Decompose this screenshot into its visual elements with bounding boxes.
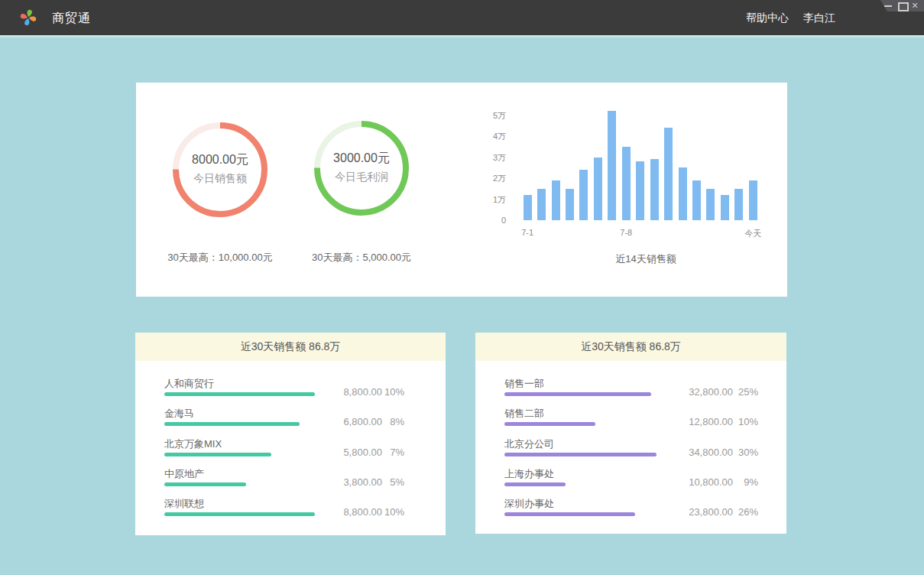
list-item: 金海马6,800.008% (135, 404, 446, 434)
today-profit-ring: 3000.00元 今日毛利润 (314, 121, 409, 216)
minimize-button-icon[interactable] (883, 0, 893, 11)
list-item: 中原地产3,800.005% (135, 464, 446, 494)
overview-card: 8000.00元 今日销售额 30天最高：10,000.00元 3000.00元… (136, 83, 787, 297)
item-progress-bar (504, 482, 566, 486)
item-progress-bar (164, 512, 315, 516)
window-controls (874, 0, 924, 11)
department-rank-card: 近30天销售额 86.8万 销售一部32,800.0025%销售二部12,800… (475, 333, 786, 534)
item-progress-bar (504, 392, 651, 396)
item-amount: 8,800.00 (306, 506, 382, 518)
y-axis-tick: 0 (480, 215, 506, 226)
chart-bar (594, 158, 602, 221)
item-name: 上海办事处 (504, 467, 554, 481)
item-progress-bar (164, 392, 315, 396)
item-percent: 5% (374, 476, 404, 488)
app-logo-pinwheel-icon (18, 8, 38, 28)
list-item: 销售一部32,800.0025% (475, 374, 786, 404)
list-item: 销售二部12,800.0010% (475, 404, 786, 434)
y-axis-tick: 1万 (480, 194, 506, 205)
titlebar-divider (0, 35, 924, 37)
item-name: 北京万象MIX (164, 437, 222, 451)
item-amount: 34,800.00 (657, 447, 733, 458)
list-item: 深圳办事处23,800.0026% (475, 494, 786, 524)
y-axis-tick: 3万 (480, 152, 506, 163)
list-item: 深圳联想8,800.0010% (135, 494, 446, 524)
item-amount: 12,800.00 (657, 416, 733, 427)
chart-bar (566, 189, 574, 220)
item-progress-bar (504, 512, 635, 516)
item-amount: 5,800.00 (306, 447, 382, 458)
item-amount: 8,800.00 (306, 386, 382, 398)
chart-bar (636, 161, 644, 220)
customer-rank-title: 近30天销售额 86.8万 (135, 333, 446, 361)
item-percent: 30% (728, 447, 758, 458)
item-progress-bar (164, 482, 246, 486)
item-amount: 10,800.00 (657, 476, 733, 488)
item-name: 中原地产 (164, 467, 204, 481)
item-progress-bar (164, 453, 271, 456)
customer-rank-card: 近30天销售额 86.8万 人和商贸行8,800.0010%金海马6,800.0… (135, 333, 446, 535)
item-amount: 6,800.00 (306, 416, 382, 427)
today-profit-value: 3000.00元 (333, 150, 390, 167)
app-window: 商贸通 帮助中心 李白江 8000.00元 今日销售额 30天最高：10,000… (0, 0, 924, 575)
title-bar: 商贸通 帮助中心 李白江 (0, 0, 924, 35)
item-name: 金海马 (164, 407, 194, 421)
app-title: 商贸通 (52, 11, 91, 27)
today-profit-label: 今日毛利润 (335, 167, 388, 187)
item-percent: 10% (374, 386, 404, 398)
maximize-button-icon[interactable] (896, 0, 907, 11)
list-item: 北京分公司34,800.0030% (475, 434, 786, 464)
chart-bar (537, 189, 546, 220)
item-progress-bar (504, 453, 657, 456)
sales-14d-bar-chart: 近14天销售额 01万2万3万4万5万7-17-8今天 (488, 106, 804, 271)
chart-bar (579, 170, 588, 220)
chart-bar (552, 180, 560, 220)
chart-bar (734, 189, 743, 220)
item-percent: 10% (728, 416, 758, 427)
x-axis-tick: 今天 (734, 228, 772, 239)
x-axis-tick: 7-8 (607, 228, 645, 237)
chart-bar (679, 167, 687, 220)
user-name-link[interactable]: 李白江 (803, 11, 835, 25)
item-name: 北京分公司 (504, 437, 554, 451)
item-percent: 9% (728, 476, 758, 488)
item-percent: 25% (728, 386, 758, 398)
y-axis-tick: 2万 (480, 173, 506, 184)
item-name: 深圳联想 (164, 497, 204, 511)
item-name: 销售一部 (504, 377, 544, 391)
today-sales-label: 今日销售额 (193, 168, 247, 188)
today-sales-ring: 8000.00元 今日销售额 (173, 122, 267, 217)
item-amount: 32,800.00 (657, 386, 733, 398)
chart-bar (608, 111, 616, 220)
close-button-icon[interactable] (910, 0, 921, 11)
item-percent: 8% (374, 416, 404, 427)
chart-caption: 近14天销售额 (493, 252, 799, 266)
chart-bar (664, 128, 673, 220)
item-percent: 26% (728, 506, 758, 518)
item-name: 人和商贸行 (164, 377, 214, 391)
chart-bar (692, 180, 701, 220)
department-rank-title: 近30天销售额 86.8万 (475, 333, 786, 361)
list-item: 北京万象MIX5,800.007% (135, 434, 446, 464)
list-item: 上海办事处10,800.009% (475, 464, 786, 494)
item-name: 销售二部 (504, 407, 544, 421)
item-progress-bar (164, 422, 300, 426)
item-progress-bar (504, 422, 595, 426)
department-rank-list: 销售一部32,800.0025%销售二部12,800.0010%北京分公司34,… (475, 361, 786, 524)
item-percent: 10% (374, 506, 404, 518)
profit-30d-max: 30天最高：5,000.00元 (262, 251, 461, 265)
y-axis-tick: 4万 (480, 131, 506, 141)
today-sales-value: 8000.00元 (192, 151, 248, 168)
x-axis-tick: 7-1 (508, 228, 546, 237)
chart-bar (650, 159, 659, 220)
chart-bar (622, 147, 631, 220)
chart-bar (721, 195, 729, 220)
customer-rank-list: 人和商贸行8,800.0010%金海马6,800.008%北京万象MIX5,80… (135, 361, 446, 524)
y-axis-tick: 5万 (480, 110, 506, 121)
item-amount: 23,800.00 (657, 506, 733, 518)
item-amount: 3,800.00 (306, 476, 382, 488)
help-center-link[interactable]: 帮助中心 (746, 11, 789, 25)
chart-bar (706, 189, 715, 220)
item-percent: 7% (374, 447, 404, 458)
chart-bar (524, 195, 532, 220)
